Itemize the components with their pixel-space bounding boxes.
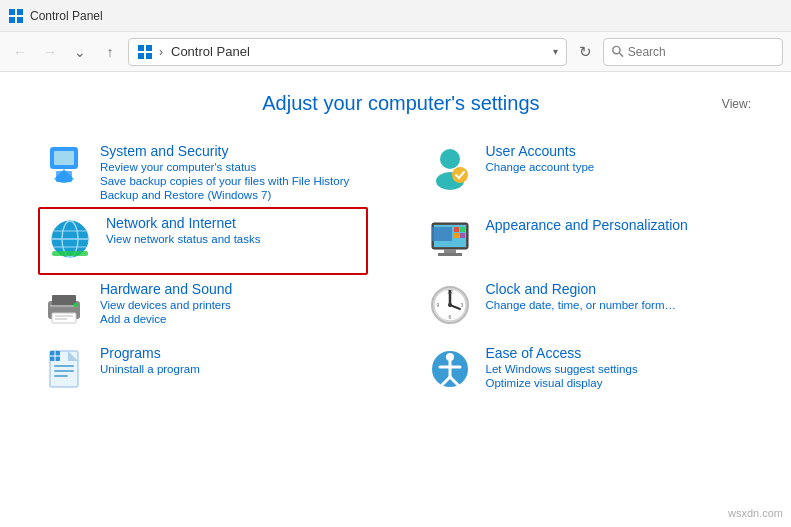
svg-rect-0 bbox=[9, 9, 15, 15]
ease-of-access-link-2[interactable]: Optimize visual display bbox=[486, 377, 752, 389]
user-accounts-icon bbox=[426, 143, 474, 191]
svg-rect-50 bbox=[54, 375, 68, 377]
address-bar: ← → ⌄ ↑ › Control Panel ▾ ↻ bbox=[0, 32, 791, 72]
svg-rect-34 bbox=[50, 305, 78, 307]
ease-of-access-text: Ease of Access Let Windows suggest setti… bbox=[486, 345, 752, 389]
user-accounts-text: User Accounts Change account type bbox=[486, 143, 752, 173]
hardware-sound-text: Hardware and Sound View devices and prin… bbox=[100, 281, 366, 325]
address-text: Control Panel bbox=[171, 44, 547, 59]
svg-rect-32 bbox=[52, 295, 76, 305]
category-ease-of-access[interactable]: Ease of Access Let Windows suggest setti… bbox=[426, 337, 752, 401]
category-user-accounts[interactable]: User Accounts Change account type bbox=[426, 135, 752, 209]
svg-rect-5 bbox=[146, 45, 152, 51]
svg-rect-25 bbox=[444, 249, 456, 253]
svg-rect-37 bbox=[55, 318, 67, 320]
address-dropdown-icon[interactable]: ▾ bbox=[553, 46, 558, 57]
clock-region-name[interactable]: Clock and Region bbox=[486, 281, 597, 297]
svg-rect-11 bbox=[54, 151, 74, 165]
svg-rect-24 bbox=[432, 227, 452, 241]
page-title-row: Adjust your computer's settings View: bbox=[40, 92, 751, 115]
svg-rect-2 bbox=[9, 17, 15, 23]
system-security-name[interactable]: System and Security bbox=[100, 143, 228, 159]
categories-grid: System and Security Review your computer… bbox=[40, 135, 751, 401]
svg-rect-30 bbox=[460, 233, 465, 238]
category-programs[interactable]: Programs Uninstall a program bbox=[40, 337, 366, 401]
ease-of-access-icon bbox=[426, 345, 474, 393]
svg-text:9: 9 bbox=[436, 302, 439, 308]
user-accounts-name[interactable]: User Accounts bbox=[486, 143, 576, 159]
svg-rect-4 bbox=[138, 45, 144, 51]
hardware-sound-icon bbox=[40, 281, 88, 329]
control-panel-title-icon bbox=[8, 8, 24, 24]
watermark: wsxdn.com bbox=[728, 507, 783, 519]
programs-text: Programs Uninstall a program bbox=[100, 345, 366, 375]
network-internet-name[interactable]: Network and Internet bbox=[106, 215, 236, 231]
page-title: Adjust your computer's settings bbox=[80, 92, 722, 115]
programs-name[interactable]: Programs bbox=[100, 345, 161, 361]
system-security-icon bbox=[40, 143, 88, 191]
view-label[interactable]: View: bbox=[722, 97, 751, 111]
category-network-internet[interactable]: Network and Internet View network status… bbox=[38, 207, 368, 275]
svg-rect-1 bbox=[17, 9, 23, 15]
category-hardware-sound[interactable]: Hardware and Sound View devices and prin… bbox=[40, 273, 366, 337]
title-bar: Control Panel bbox=[0, 0, 791, 32]
title-bar-text: Control Panel bbox=[30, 9, 103, 23]
svg-point-42 bbox=[448, 303, 452, 307]
address-field[interactable]: › Control Panel ▾ bbox=[128, 38, 567, 66]
system-security-link-3[interactable]: Backup and Restore (Windows 7) bbox=[100, 189, 366, 201]
appearance-icon bbox=[426, 217, 474, 265]
forward-button[interactable]: → bbox=[38, 40, 62, 64]
svg-text:6: 6 bbox=[448, 314, 451, 320]
dropdown-button[interactable]: ⌄ bbox=[68, 40, 92, 64]
clock-region-icon: 12 3 6 9 bbox=[426, 281, 474, 329]
system-security-text: System and Security Review your computer… bbox=[100, 143, 366, 201]
svg-rect-29 bbox=[454, 233, 459, 238]
programs-icon bbox=[40, 345, 88, 393]
refresh-button[interactable]: ↻ bbox=[573, 40, 597, 64]
svg-point-8 bbox=[613, 46, 620, 53]
programs-link-1[interactable]: Uninstall a program bbox=[100, 363, 366, 375]
svg-rect-12 bbox=[56, 171, 72, 182]
svg-rect-48 bbox=[54, 365, 74, 367]
svg-rect-7 bbox=[146, 53, 152, 59]
hardware-sound-link-1[interactable]: View devices and printers bbox=[100, 299, 366, 311]
up-button[interactable]: ↑ bbox=[98, 40, 122, 64]
appearance-name[interactable]: Appearance and Personalization bbox=[486, 217, 688, 233]
svg-rect-6 bbox=[138, 53, 144, 59]
search-icon bbox=[612, 45, 624, 58]
svg-rect-35 bbox=[74, 303, 78, 307]
svg-point-13 bbox=[440, 149, 460, 169]
back-button[interactable]: ← bbox=[8, 40, 32, 64]
network-internet-link-1[interactable]: View network status and tasks bbox=[106, 233, 360, 245]
user-accounts-link-1[interactable]: Change account type bbox=[486, 161, 752, 173]
svg-rect-3 bbox=[17, 17, 23, 23]
breadcrumb-separator: › bbox=[159, 45, 163, 59]
svg-rect-36 bbox=[55, 315, 73, 317]
system-security-link-2[interactable]: Save backup copies of your files with Fi… bbox=[100, 175, 366, 187]
svg-rect-26 bbox=[438, 253, 462, 256]
svg-text:3: 3 bbox=[460, 302, 463, 308]
network-internet-icon bbox=[46, 215, 94, 263]
network-internet-text: Network and Internet View network status… bbox=[106, 215, 360, 245]
appearance-text: Appearance and Personalization bbox=[486, 217, 752, 233]
search-box[interactable] bbox=[603, 38, 783, 66]
ease-of-access-link-1[interactable]: Let Windows suggest settings bbox=[486, 363, 752, 375]
svg-rect-28 bbox=[460, 227, 465, 232]
hardware-sound-name[interactable]: Hardware and Sound bbox=[100, 281, 232, 297]
category-system-security[interactable]: System and Security Review your computer… bbox=[40, 135, 366, 209]
address-cp-icon bbox=[137, 44, 153, 60]
hardware-sound-link-2[interactable]: Add a device bbox=[100, 313, 366, 325]
svg-text:12: 12 bbox=[447, 289, 453, 295]
svg-rect-27 bbox=[454, 227, 459, 232]
category-clock-region[interactable]: 12 3 6 9 Clock and Region Change date, t… bbox=[426, 273, 752, 337]
svg-rect-49 bbox=[54, 370, 74, 372]
main-content: Adjust your computer's settings View: Sy… bbox=[0, 72, 791, 527]
svg-point-15 bbox=[452, 167, 468, 183]
category-appearance[interactable]: Appearance and Personalization bbox=[426, 209, 752, 273]
clock-region-text: Clock and Region Change date, time, or n… bbox=[486, 281, 752, 311]
svg-rect-21 bbox=[52, 251, 88, 256]
clock-region-link-1[interactable]: Change date, time, or number form… bbox=[486, 299, 752, 311]
search-input[interactable] bbox=[628, 45, 774, 59]
ease-of-access-name[interactable]: Ease of Access bbox=[486, 345, 582, 361]
system-security-link-1[interactable]: Review your computer's status bbox=[100, 161, 366, 173]
